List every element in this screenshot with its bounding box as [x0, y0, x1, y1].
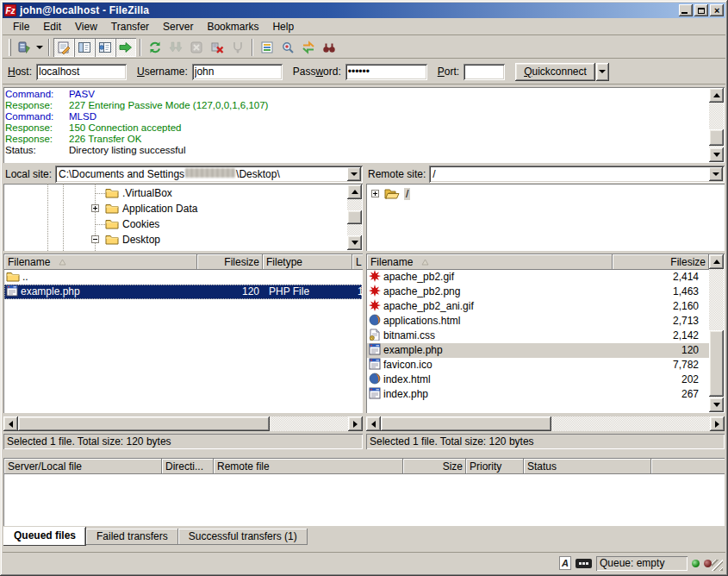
search-files-button[interactable]: [319, 38, 339, 57]
log-scrollbar[interactable]: [709, 88, 724, 162]
scroll-left-button[interactable]: [366, 416, 381, 431]
recv-activity-led-icon: [692, 560, 700, 567]
log-line-response: Response:150 Connection accepted: [5, 122, 707, 134]
column-header-server-local-file[interactable]: Server/Local file: [4, 459, 162, 474]
file-row-bitnami.css[interactable]: bitnami.css2,142: [367, 329, 709, 343]
tab-queued-files[interactable]: Queued files: [3, 527, 86, 546]
scroll-down-button[interactable]: [709, 147, 724, 162]
column-header-priority[interactable]: Priority: [466, 459, 524, 474]
host-field[interactable]: [36, 64, 127, 80]
minimize-button[interactable]: [679, 4, 693, 16]
close-button[interactable]: ×: [710, 4, 724, 16]
arrow-right-icon: [715, 421, 719, 428]
column-header-status[interactable]: Status: [524, 459, 651, 474]
column-header-filesize[interactable]: Filesize: [613, 254, 709, 270]
menu-server[interactable]: Server: [156, 19, 200, 34]
column-header-label: Filesize: [224, 256, 259, 268]
toggle-message-log-button[interactable]: [53, 38, 74, 57]
directory-comparison-button[interactable]: [277, 38, 298, 57]
local-hscroll-thumb[interactable]: [18, 416, 270, 431]
log-scroll-thumb[interactable]: [709, 129, 724, 146]
local-horizontal-scrollbar[interactable]: [3, 416, 363, 431]
local-site-dropdown-button[interactable]: [347, 167, 361, 181]
toggle-transfer-queue-button[interactable]: [115, 38, 136, 57]
file-row-favicon.ico[interactable]: favicon.ico7,782: [367, 358, 709, 373]
file-row-..[interactable]: ..: [4, 270, 362, 285]
file-row-apache-pb2-ani.gif[interactable]: apache_pb2_ani.gif2,160: [367, 299, 709, 314]
remote-hscroll-thumb[interactable]: [381, 416, 551, 431]
tree-item-desktop[interactable]: Desktop: [3, 232, 347, 247]
resize-grip[interactable]: [712, 560, 723, 571]
process-queue-button[interactable]: [165, 38, 186, 57]
column-header-filesize[interactable]: Filesize: [197, 254, 263, 270]
speed-limit-icon[interactable]: [576, 559, 592, 568]
username-field[interactable]: [192, 64, 283, 80]
local-directory-tree: .VirtualBoxApplication DataCookiesDeskto…: [3, 184, 363, 251]
local-tree-scrollbar[interactable]: [347, 185, 362, 250]
filename-text: apache_pb2.gif: [383, 271, 454, 283]
transfer-type-icon[interactable]: A: [559, 556, 571, 570]
scroll-right-button[interactable]: [348, 416, 363, 431]
column-header-remote-file[interactable]: Remote file: [214, 459, 403, 474]
file-row-index.html[interactable]: index.html202: [367, 373, 709, 387]
column-header-l[interactable]: L: [352, 254, 363, 270]
file-row-example.php[interactable]: example.php120PHP File1: [4, 285, 362, 299]
menu-help[interactable]: Help: [265, 19, 301, 34]
file-row-apache-pb2.gif[interactable]: apache_pb2.gif2,414: [367, 270, 709, 285]
column-header-filename[interactable]: Filename: [4, 254, 197, 270]
toggle-local-tree-button[interactable]: [74, 38, 95, 57]
tree-item--virtualbox[interactable]: .VirtualBox: [3, 185, 347, 201]
remote-list-scroll-thumb[interactable]: [709, 330, 724, 397]
file-row-example.php[interactable]: example.php120: [367, 343, 709, 358]
column-header-blank[interactable]: [651, 459, 725, 474]
tree-item-cookies[interactable]: Cookies: [3, 216, 347, 232]
scroll-left-button[interactable]: [3, 416, 18, 431]
tab-failed-transfers[interactable]: Failed transfers: [86, 529, 178, 545]
cancel-operation-button[interactable]: [186, 38, 207, 57]
remote-horizontal-scrollbar[interactable]: [366, 416, 725, 431]
scroll-down-button[interactable]: [709, 398, 724, 412]
title-bar[interactable]: Fz john@localhost - FileZilla ×: [3, 3, 725, 18]
maximize-button[interactable]: [694, 4, 708, 16]
scroll-up-button[interactable]: [709, 88, 724, 103]
toggle-remote-tree-button[interactable]: [95, 38, 115, 57]
menu-bookmarks[interactable]: Bookmarks: [200, 19, 265, 34]
password-field[interactable]: [345, 64, 427, 80]
file-row-index.php[interactable]: index.php267: [367, 387, 709, 402]
synchronized-browsing-button[interactable]: [298, 38, 319, 57]
expand-icon[interactable]: [91, 204, 99, 212]
local-tree-scroll-thumb[interactable]: [347, 210, 362, 224]
tree-item-application-data[interactable]: Application Data: [3, 201, 347, 216]
expand-icon[interactable]: [371, 190, 379, 197]
collapse-icon[interactable]: [91, 235, 99, 243]
column-header-size[interactable]: Size: [403, 459, 466, 474]
menu-view[interactable]: View: [68, 19, 104, 34]
quickconnect-dropdown-button[interactable]: [596, 63, 609, 81]
open-site-manager-button[interactable]: [14, 38, 34, 57]
scroll-down-button[interactable]: [347, 235, 362, 250]
column-header-filename[interactable]: Filename: [367, 254, 613, 270]
port-field[interactable]: [464, 64, 505, 80]
column-header-filetype[interactable]: Filetype: [263, 254, 352, 270]
directory-listing-filters-button[interactable]: [257, 38, 277, 57]
remote-site-dropdown-button[interactable]: [709, 167, 723, 181]
reconnect-button[interactable]: [227, 38, 248, 57]
local-site-combobox[interactable]: C:\Documents and Settings\Desktop\: [55, 166, 363, 183]
scroll-up-button[interactable]: [709, 254, 724, 269]
menu-edit[interactable]: Edit: [36, 19, 68, 34]
open-site-manager-dropdown-button[interactable]: [34, 38, 45, 57]
scroll-up-button[interactable]: [347, 185, 362, 199]
file-row-apache-pb2.png[interactable]: apache_pb2.png1,463: [367, 285, 709, 299]
menu-file[interactable]: File: [6, 19, 36, 34]
refresh-file-lists-button[interactable]: [145, 38, 165, 57]
menu-transfer[interactable]: Transfer: [104, 19, 156, 34]
column-header-directi-[interactable]: Directi...: [162, 459, 214, 474]
quickconnect-button[interactable]: Quickconnect: [515, 63, 595, 81]
remote-site-combobox[interactable]: /: [429, 166, 725, 183]
tab-successful-transfers-1-[interactable]: Successful transfers (1): [178, 529, 308, 545]
disconnect-button[interactable]: [207, 38, 227, 57]
remote-list-scrollbar[interactable]: [709, 254, 724, 412]
tree-item-root[interactable]: /: [366, 186, 709, 202]
scroll-right-button[interactable]: [710, 416, 725, 431]
file-row-applications.html[interactable]: applications.html2,713: [367, 314, 709, 329]
